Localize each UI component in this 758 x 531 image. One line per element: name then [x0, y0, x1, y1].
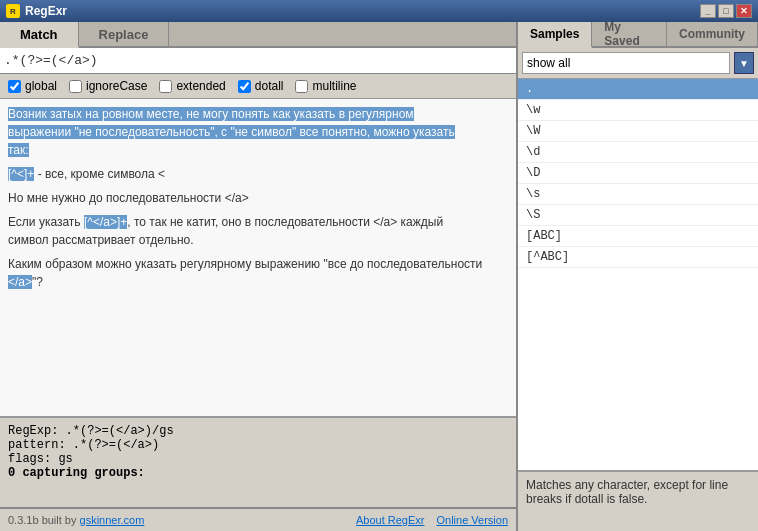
- option-multiline: multiline: [295, 79, 356, 93]
- highlight-4: </a>: [8, 275, 32, 289]
- close-button[interactable]: ✕: [736, 4, 752, 18]
- paragraph-5: Каким образом можно указать регулярному …: [8, 255, 508, 291]
- checkbox-extended[interactable]: [159, 80, 172, 93]
- tab-replace[interactable]: Replace: [79, 22, 170, 46]
- option-extended: extended: [159, 79, 225, 93]
- label-ignorecase: ignoreCase: [86, 79, 147, 93]
- description-area: Matches any character, except for line b…: [518, 471, 758, 531]
- footer-right: About RegExr Online Version: [356, 514, 508, 526]
- minimize-button[interactable]: _: [700, 4, 716, 18]
- pattern-line: pattern: .*(?>=(</a>): [8, 438, 508, 452]
- sample-item-w-lower[interactable]: \w: [518, 100, 758, 121]
- footer-built-text: 0.3.1b built by: [8, 514, 80, 526]
- gskinner-link[interactable]: gskinner.com: [80, 514, 145, 526]
- title-bar: R RegExr _ □ ✕: [0, 0, 758, 22]
- sample-item-ABC[interactable]: [ABC]: [518, 226, 758, 247]
- footer: 0.3.1b built by gskinner.com About RegEx…: [0, 507, 516, 531]
- regexp-line: RegExp: .*(?>=(</a>)/gs: [8, 424, 508, 438]
- highlight-3: [^</a>]+: [84, 215, 127, 229]
- tab-bar: Match Replace: [0, 22, 516, 48]
- window-controls: _ □ ✕: [700, 4, 752, 18]
- sample-item-s-lower[interactable]: \s: [518, 184, 758, 205]
- sample-item-D-upper[interactable]: \D: [518, 163, 758, 184]
- online-version-link[interactable]: Online Version: [436, 514, 508, 526]
- left-panel: Match Replace global ignoreCase extended: [0, 22, 518, 531]
- info-bar: RegExp: .*(?>=(</a>)/gs pattern: .*(?>=(…: [0, 417, 516, 507]
- checkbox-dotall[interactable]: [238, 80, 251, 93]
- tab-community[interactable]: Community: [667, 22, 758, 46]
- checkbox-ignorecase[interactable]: [69, 80, 82, 93]
- tab-samples[interactable]: Samples: [518, 22, 592, 48]
- option-global: global: [8, 79, 57, 93]
- sample-item-d-lower[interactable]: \d: [518, 142, 758, 163]
- highlight-2: [^<]+: [8, 167, 34, 181]
- regex-bar: [0, 48, 516, 74]
- description-text: Matches any character, except for line b…: [526, 478, 728, 506]
- app-icon: R: [6, 4, 20, 18]
- label-multiline: multiline: [312, 79, 356, 93]
- about-regexr-link[interactable]: About RegExr: [356, 514, 424, 526]
- groups-line: 0 capturing groups:: [8, 466, 508, 480]
- option-ignorecase: ignoreCase: [69, 79, 147, 93]
- footer-left: 0.3.1b built by gskinner.com: [8, 514, 144, 526]
- filter-row: show all anchors quantifiers groups look…: [518, 48, 758, 79]
- paragraph-3: Но мне нужно до последовательности </a>: [8, 189, 508, 207]
- dropdown-arrow-icon[interactable]: ▼: [734, 52, 754, 74]
- flags-line: flags: gs: [8, 452, 508, 466]
- sample-item-notABC[interactable]: [^ABC]: [518, 247, 758, 268]
- label-global: global: [25, 79, 57, 93]
- main-container: Match Replace global ignoreCase extended: [0, 22, 758, 531]
- checkbox-global[interactable]: [8, 80, 21, 93]
- show-all-select[interactable]: show all anchors quantifiers groups look…: [522, 52, 730, 74]
- text-content: Возник затых на ровном месте, не могу по…: [8, 105, 508, 291]
- option-dotall: dotall: [238, 79, 284, 93]
- right-panel: Samples My Saved Community show all anch…: [518, 22, 758, 531]
- regex-input[interactable]: [4, 53, 512, 68]
- label-dotall: dotall: [255, 79, 284, 93]
- sample-item-dot[interactable]: .: [518, 79, 758, 100]
- tab-my-saved[interactable]: My Saved: [592, 22, 667, 46]
- highlight-1: Возник затых на ровном месте, не могу по…: [8, 107, 455, 157]
- maximize-button[interactable]: □: [718, 4, 734, 18]
- samples-list: . \w \W \d \D \s \S [ABC] [^ABC]: [518, 79, 758, 471]
- options-bar: global ignoreCase extended dotall multil…: [0, 74, 516, 99]
- label-extended: extended: [176, 79, 225, 93]
- text-area[interactable]: Возник затых на ровном месте, не могу по…: [0, 99, 516, 417]
- app-title: RegExr: [25, 4, 700, 18]
- sample-item-W-upper[interactable]: \W: [518, 121, 758, 142]
- right-tab-bar: Samples My Saved Community: [518, 22, 758, 48]
- checkbox-multiline[interactable]: [295, 80, 308, 93]
- tab-match[interactable]: Match: [0, 22, 79, 48]
- paragraph-4: Если указать [^</a>]+, то так не катит, …: [8, 213, 508, 249]
- sample-item-S-upper[interactable]: \S: [518, 205, 758, 226]
